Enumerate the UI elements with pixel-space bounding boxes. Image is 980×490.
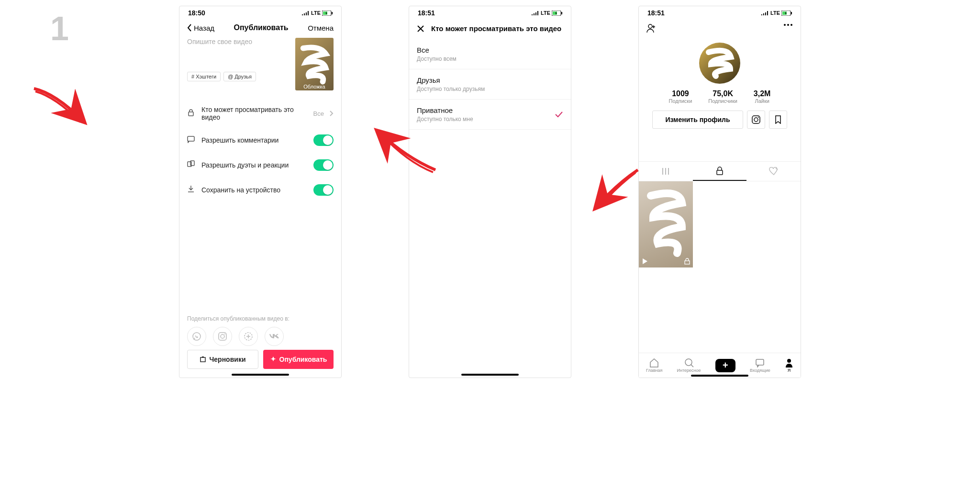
status-right: LTE <box>302 10 333 16</box>
cover-thumbnail[interactable]: Обложка <box>295 38 334 90</box>
signal-icon <box>302 11 310 15</box>
status-time: 18:51 <box>647 9 665 17</box>
nav-inbox[interactable]: Входящие <box>750 358 770 373</box>
scribble-icon <box>699 43 740 84</box>
step-number-1: 1 <box>50 10 69 48</box>
cancel-button[interactable]: Отмена <box>308 24 334 32</box>
svg-rect-2 <box>332 12 333 14</box>
nav-bar: Назад Опубликовать Отмена <box>179 18 341 38</box>
duets-label: Разрешить дуэты и реакции <box>201 161 308 169</box>
tab-private[interactable] <box>693 162 747 181</box>
stats: 1009Подписки 75,0KПодписчики 3,2MЛайки <box>639 89 801 104</box>
comments-label: Разрешить комментарии <box>201 136 308 144</box>
svg-point-19 <box>648 24 652 28</box>
avatar[interactable] <box>699 43 740 84</box>
stat-likes[interactable]: 3,2MЛайки <box>754 89 771 104</box>
share-label: Поделиться опубликованным видео в: <box>187 315 334 322</box>
nav-create[interactable]: + <box>715 359 735 372</box>
svg-point-22 <box>791 24 792 26</box>
play-icon <box>642 258 648 265</box>
svg-point-24 <box>754 118 758 122</box>
drafts-button[interactable]: Черновики <box>187 350 258 369</box>
save-row: Сохранить на устройство <box>179 178 341 202</box>
phone-1: 18:50 LTE Назад Опубликовать Отмена Опиш… <box>179 6 342 378</box>
download-icon <box>187 185 196 195</box>
caption-input[interactable]: Опишите свое видео <box>187 38 290 45</box>
lock-icon <box>187 109 196 118</box>
status-time: 18:51 <box>418 9 435 17</box>
svg-rect-29 <box>756 359 764 365</box>
svg-point-10 <box>224 334 225 334</box>
bookmark-button[interactable] <box>769 111 787 129</box>
svg-rect-27 <box>685 261 690 264</box>
svg-rect-15 <box>561 12 562 14</box>
scribble-icon <box>639 181 693 267</box>
check-icon <box>555 111 563 118</box>
svg-rect-4 <box>188 136 194 141</box>
svg-rect-18 <box>791 12 792 14</box>
stat-followers[interactable]: 75,0KПодписчики <box>708 89 737 104</box>
vk-icon[interactable] <box>265 327 284 346</box>
cover-label: Обложка <box>295 83 334 90</box>
drafts-icon <box>200 356 206 363</box>
home-indicator <box>691 375 748 377</box>
home-indicator <box>461 374 519 376</box>
modal-title: Кто может просматривать это видео <box>431 24 561 33</box>
duet-icon <box>187 160 196 170</box>
save-label: Сохранить на устройство <box>201 186 308 194</box>
option-all[interactable]: ВсеДоступно всем <box>409 39 571 69</box>
comments-toggle[interactable] <box>313 134 334 146</box>
more-icon[interactable] <box>783 23 793 26</box>
svg-point-28 <box>685 359 692 366</box>
svg-point-9 <box>221 334 224 338</box>
stories-icon[interactable] <box>239 327 258 346</box>
privacy-row[interactable]: Кто может просматривать это видео Все <box>179 99 341 128</box>
instagram-icon[interactable] <box>213 327 232 346</box>
status-bar: 18:51 LTE <box>409 6 571 18</box>
scribble-icon <box>298 43 331 87</box>
privacy-value: Все <box>313 110 324 117</box>
duets-toggle[interactable] <box>313 159 334 171</box>
save-toggle[interactable] <box>313 184 334 196</box>
option-private[interactable]: ПриватноеДоступно только мне <box>409 100 571 130</box>
video-thumbnail[interactable] <box>639 181 693 267</box>
chevron-right-icon <box>330 111 334 116</box>
comment-icon <box>187 135 196 145</box>
back-button[interactable]: Назад <box>187 24 214 32</box>
svg-rect-26 <box>717 170 723 175</box>
status-bar: 18:51 LTE <box>639 6 801 18</box>
instagram-button[interactable] <box>747 111 765 129</box>
add-friend-icon[interactable] <box>646 23 656 33</box>
publish-icon <box>270 356 277 363</box>
hashtags-chip[interactable]: # Хэштеги <box>187 72 221 81</box>
status-bar: 18:50 LTE <box>179 6 341 18</box>
tab-liked[interactable] <box>746 162 801 181</box>
nav-discover[interactable]: Интересное <box>677 358 701 373</box>
bottom-nav: Главная Интересное + Входящие Я <box>639 353 801 378</box>
chevron-left-icon <box>187 24 192 32</box>
publish-button[interactable]: Опубликовать <box>263 350 334 369</box>
battery-icon <box>322 11 333 16</box>
whatsapp-icon[interactable] <box>187 327 206 346</box>
phone-3: 18:51 LTE 1009Подписки 75,0KПодписчики 3… <box>638 6 801 378</box>
lock-small-icon <box>684 258 690 265</box>
privacy-label: Кто может просматривать это видео <box>201 106 308 121</box>
friends-chip[interactable]: @ Друзья <box>223 72 256 81</box>
edit-profile-button[interactable]: Изменить профиль <box>652 111 743 129</box>
nav-me[interactable]: Я <box>785 358 793 373</box>
option-friends[interactable]: ДрузьяДоступно только друзьям <box>409 69 571 100</box>
svg-point-30 <box>787 359 791 363</box>
stat-following[interactable]: 1009Подписки <box>669 89 692 104</box>
svg-rect-12 <box>200 357 205 362</box>
status-time: 18:50 <box>188 9 205 17</box>
nav-home[interactable]: Главная <box>646 358 662 373</box>
svg-point-25 <box>758 117 759 118</box>
nav-title: Опубликовать <box>234 23 288 32</box>
close-icon[interactable] <box>417 25 424 33</box>
tab-grid[interactable] <box>639 162 693 181</box>
duets-row: Разрешить дуэты и реакции <box>179 153 341 178</box>
svg-rect-3 <box>189 112 193 116</box>
phone-2: 18:51 LTE Кто может просматривать это ви… <box>409 6 571 378</box>
svg-point-20 <box>784 24 786 26</box>
home-indicator <box>232 374 289 376</box>
